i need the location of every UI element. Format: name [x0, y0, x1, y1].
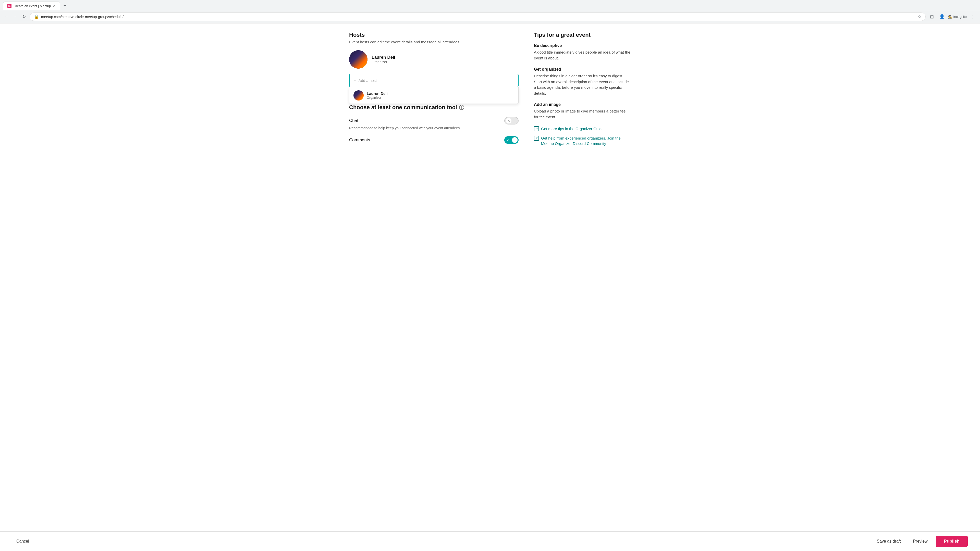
dropdown-name: Lauren Deli	[367, 91, 388, 96]
browser-nav-controls: ← → ↻	[3, 13, 27, 21]
tip-image-heading: Add an image	[534, 102, 631, 107]
incognito-icon: 🕵	[948, 15, 952, 19]
address-bar[interactable]: 🔒 meetup.com/creative-circle-meetup-grou…	[30, 13, 926, 21]
tip-descriptive-text: A good title immediately gives people an…	[534, 49, 631, 61]
tip-image: Add an image Upload a photo or image to …	[534, 102, 631, 120]
profile-button[interactable]: 👤	[938, 13, 946, 21]
toggle-check-icon: ✓	[506, 138, 509, 142]
add-host-container: + Add a host | Lauren Deli Organizer	[349, 74, 519, 87]
host-card: Lauren Deli Organizer	[349, 50, 519, 68]
comments-item: Comments ✓	[349, 136, 519, 144]
info-icon[interactable]: i	[459, 105, 464, 110]
host-avatar-image	[349, 50, 368, 68]
hosts-section: Hosts Event hosts can edit the event det…	[349, 32, 519, 96]
dropdown-role: Organizer	[367, 96, 388, 100]
comm-section-title: Choose at least one communication tool i	[349, 104, 519, 111]
comments-row: Comments ✓	[349, 136, 519, 144]
tip-organized-text: Describe things in a clear order so it's…	[534, 73, 631, 96]
organizer-guide-text: Get more tips in the Organizer Guide	[541, 126, 604, 131]
extensions-button[interactable]: ⊡	[928, 13, 936, 21]
dropdown-avatar	[353, 90, 364, 100]
url-text: meetup.com/creative-circle-meetup-group/…	[41, 15, 916, 19]
incognito-label: Incognito	[953, 15, 967, 19]
comm-title-text: Choose at least one communication tool	[349, 104, 457, 111]
tab-close-button[interactable]: ✕	[53, 4, 56, 8]
host-dropdown: Lauren Deli Organizer	[349, 87, 519, 104]
discord-text: Get help from experienced organizers. Jo…	[541, 135, 631, 146]
external-link-icon-1: ↗	[534, 126, 539, 131]
hosts-title: Hosts	[349, 32, 519, 38]
lock-icon: 🔒	[34, 14, 39, 19]
communication-section: Choose at least one communication tool i…	[349, 104, 519, 144]
address-bar-row: 🔒 meetup.com/creative-circle-meetup-grou…	[30, 13, 977, 21]
host-avatar	[349, 50, 368, 68]
add-host-placeholder: Add a host	[359, 78, 377, 83]
tab-title: Create an event | Meetup	[14, 4, 51, 8]
right-column: Tips for a great event Be descriptive A …	[534, 32, 631, 150]
chat-row: Chat ✕	[349, 117, 519, 124]
discord-link[interactable]: ↗ Get help from experienced organizers. …	[534, 135, 631, 146]
left-column: Hosts Event hosts can edit the event det…	[349, 32, 519, 150]
add-host-input[interactable]: + Add a host |	[349, 74, 519, 87]
dropdown-item-info: Lauren Deli Organizer	[367, 91, 388, 100]
tip-descriptive: Be descriptive A good title immediately …	[534, 43, 631, 61]
star-icon: ☆	[918, 14, 921, 19]
tips-title: Tips for a great event	[534, 32, 631, 38]
plus-icon: +	[354, 78, 356, 83]
tip-descriptive-heading: Be descriptive	[534, 43, 631, 48]
browser-toolbar: ← → ↻ 🔒 meetup.com/creative-circle-meetu…	[0, 10, 980, 24]
tip-organized-heading: Get organized	[534, 67, 631, 72]
host-name: Lauren Deli	[372, 55, 395, 60]
new-tab-button[interactable]: +	[61, 2, 68, 10]
menu-button[interactable]: ⋮	[969, 13, 977, 21]
toggle-x-icon: ✕	[508, 119, 510, 123]
forward-button[interactable]: →	[12, 13, 19, 21]
tab-bar: m Create an event | Meetup ✕ +	[0, 0, 980, 10]
chat-toggle[interactable]: ✕	[504, 117, 519, 124]
chat-label: Chat	[349, 118, 358, 123]
comments-label: Comments	[349, 138, 370, 143]
host-info: Lauren Deli Organizer	[372, 55, 395, 64]
chat-item: Chat ✕ Recommended to help keep you conn…	[349, 117, 519, 130]
tip-image-text: Upload a photo or image to give members …	[534, 108, 631, 120]
tip-organized: Get organized Describe things in a clear…	[534, 67, 631, 96]
page-content: Hosts Event hosts can edit the event det…	[337, 24, 643, 181]
reload-button[interactable]: ↻	[21, 13, 27, 21]
external-link-icon-2: ↗	[534, 136, 539, 141]
chat-description: Recommended to help keep you connected w…	[349, 126, 519, 130]
organizer-guide-link[interactable]: ↗ Get more tips in the Organizer Guide	[534, 126, 631, 131]
dropdown-item[interactable]: Lauren Deli Organizer	[349, 87, 518, 103]
tab-favicon: m	[7, 4, 11, 8]
cursor-indicator: |	[514, 79, 514, 83]
incognito-badge: 🕵 Incognito	[948, 15, 967, 19]
comments-toggle[interactable]: ✓	[504, 136, 519, 144]
back-button[interactable]: ←	[3, 13, 10, 21]
host-role: Organizer	[372, 60, 395, 64]
hosts-subtitle: Event hosts can edit the event details a…	[349, 40, 519, 44]
active-tab[interactable]: m Create an event | Meetup ✕	[3, 2, 60, 10]
